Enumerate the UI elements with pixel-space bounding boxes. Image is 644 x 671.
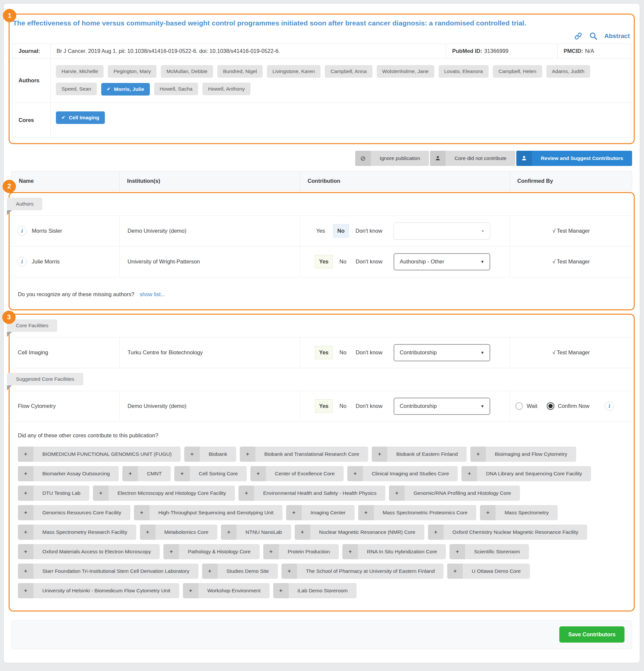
- suggest-core-chip[interactable]: +Nuclear Magnetic Resonance (NMR) Core: [295, 524, 424, 540]
- contribution-role-select[interactable]: ▼: [394, 223, 490, 240]
- author-chip[interactable]: Livingstone, Karen: [267, 65, 321, 78]
- contribution-role-select[interactable]: Authorship - Other ▼: [394, 253, 490, 270]
- dont-know-option[interactable]: Don't know: [354, 225, 384, 237]
- info-icon[interactable]: i: [605, 401, 614, 411]
- suggest-core-chip[interactable]: +DNA Library and Sequencing Core Facilit…: [461, 466, 591, 481]
- suggest-core-chip[interactable]: +Genomic/RNA Profiling and Histology Cor…: [389, 485, 520, 501]
- caret-down-icon: ▼: [481, 229, 485, 233]
- info-icon[interactable]: i: [17, 257, 27, 266]
- wait-label[interactable]: Wait: [527, 403, 537, 409]
- save-contributors-button[interactable]: Save Contributors: [559, 626, 624, 643]
- no-option[interactable]: No: [338, 346, 348, 359]
- plus-icon: +: [282, 564, 297, 579]
- plus-icon: +: [184, 446, 200, 462]
- suggest-core-chip[interactable]: +Biomarker Assay Outsourcing: [18, 466, 119, 481]
- plus-icon: +: [470, 446, 486, 462]
- header-confirmed-by: Confirmed By: [510, 172, 632, 190]
- selected-core-chip[interactable]: ✔Cell Imaging: [56, 111, 105, 124]
- author-chip[interactable]: McMullan, Debbie: [161, 65, 213, 78]
- no-option-selected[interactable]: No: [333, 224, 349, 238]
- suggest-core-chip[interactable]: +Pathology & Histology Core: [163, 544, 260, 559]
- check-icon: ✔: [62, 115, 65, 120]
- suggest-core-chip[interactable]: +Mass Spectrometry Research Facility: [18, 524, 136, 540]
- wait-radio[interactable]: [515, 402, 523, 410]
- no-option[interactable]: No: [338, 255, 348, 268]
- suggest-core-chip[interactable]: +Cell Sorting Core: [174, 466, 247, 481]
- info-icon[interactable]: i: [17, 226, 27, 236]
- confirm-now-radio[interactable]: [547, 402, 554, 410]
- suggest-core-chip[interactable]: +Imaging Center: [286, 505, 355, 520]
- suggest-core-chip[interactable]: +Workshop Environment: [183, 583, 270, 598]
- author-chip[interactable]: Speed, Sean: [56, 83, 97, 95]
- suggest-core-chip[interactable]: +U Ottawa Demo Core: [447, 564, 530, 579]
- suggest-core-chip[interactable]: +The School of Pharmacy at University of…: [282, 564, 444, 579]
- selected-author-chip[interactable]: ✔Morris, Julie: [101, 83, 150, 96]
- suggest-core-chip[interactable]: +University of Helsinki - Biomedicum Flo…: [18, 583, 179, 598]
- contribution-role-select[interactable]: Contributorship ▼: [394, 398, 490, 415]
- plus-icon: +: [18, 583, 34, 598]
- suggest-core-chip[interactable]: +RNA In Situ Hybridization Core: [342, 544, 446, 559]
- author-chip[interactable]: Wolstenholme, Jane: [377, 65, 434, 78]
- ignore-publication-button[interactable]: ⊘ Ignore publication: [355, 151, 429, 166]
- suggest-core-chip[interactable]: +CMNT: [122, 466, 171, 481]
- review-and-suggest-contributors-button[interactable]: Review and Suggest Contributors: [516, 151, 632, 166]
- author-chip[interactable]: Adams, Judith: [546, 65, 590, 78]
- suggest-core-chip[interactable]: +Biobank: [184, 446, 236, 462]
- header-contribution: Contribution: [300, 172, 510, 190]
- suggest-core-chip[interactable]: +Metabolomics Core: [140, 524, 218, 540]
- author-chip[interactable]: Howell, Sacha: [154, 83, 198, 95]
- author-chip[interactable]: Campbell, Helen: [493, 65, 542, 78]
- suggest-core-chip[interactable]: +Genomics Resources Core Facility: [18, 505, 130, 520]
- show-list-link[interactable]: show list...: [139, 291, 165, 297]
- suggest-core-chip[interactable]: +Oxford Materials Access to Electron Mic…: [18, 544, 160, 559]
- institution: Demo University (demo): [128, 228, 187, 234]
- suggest-core-chip[interactable]: +DTU Testing Lab: [18, 485, 89, 501]
- suggest-core-chip[interactable]: +Oxford Chemistry Nuclear Magnetic Reson…: [428, 524, 587, 540]
- suggest-core-chip[interactable]: +NTNU NanoLab: [221, 524, 291, 540]
- suggest-core-chip[interactable]: +iLab Demo Storeroom: [273, 583, 357, 598]
- suggest-core-chip[interactable]: +High-Throughput Sequencing and Genotypi…: [134, 505, 283, 520]
- authors-label: Authors: [13, 59, 51, 103]
- suggest-core-chip[interactable]: +Studies Demo Site: [202, 564, 278, 579]
- abstract-link[interactable]: Abstract: [604, 33, 630, 40]
- suggest-core-chip[interactable]: +Mass Spectrometry: [480, 505, 558, 520]
- author-chip[interactable]: Bundred, Nigel: [217, 65, 263, 78]
- author-chip[interactable]: Pegington, Mary: [108, 65, 157, 78]
- suggest-core-chip[interactable]: +Electron Microscopy and Histology Core …: [93, 485, 235, 501]
- dont-know-option[interactable]: Don't know: [354, 346, 384, 359]
- author-chip[interactable]: Campbell, Anna: [325, 65, 372, 78]
- core-did-not-contribute-button[interactable]: Core did not contribute: [430, 151, 515, 166]
- dont-know-option[interactable]: Don't know: [354, 400, 384, 413]
- suggest-core-chip[interactable]: +Bioimaging and Flow Cytometry: [470, 446, 576, 462]
- suggest-core-chip[interactable]: +Mass Spectrometric Proteomics Core: [358, 505, 476, 520]
- author-chip[interactable]: Howell, Anthony: [202, 83, 250, 95]
- suggest-core-chip[interactable]: +BIOMEDICUM FUNCTIONAL GENOMICS UNIT (FU…: [18, 446, 181, 462]
- suggest-core-chip[interactable]: +Scientific Storeroom: [449, 544, 529, 559]
- suggest-core-chip[interactable]: +Environmental Health and Safety - Healt…: [238, 485, 385, 501]
- confirm-now-label[interactable]: Confirm Now: [558, 403, 590, 409]
- suggest-core-chip-list: +BIOMEDICUM FUNCTIONAL GENOMICS UNIT (FU…: [11, 446, 632, 610]
- link-icon[interactable]: [574, 32, 582, 40]
- author-chip[interactable]: Harvie, Michelle: [56, 65, 103, 78]
- no-option[interactable]: No: [338, 400, 348, 413]
- contributor-name: Morris Sisler: [32, 228, 62, 234]
- suggest-core-chip[interactable]: +Protein Production: [263, 544, 339, 559]
- yes-option-selected[interactable]: Yes: [315, 399, 333, 413]
- suggest-core-chip[interactable]: +Clinical Imaging and Studies Core: [347, 466, 458, 481]
- suggest-core-chip[interactable]: +Center of Excellence Core: [250, 466, 344, 481]
- contribution-role-select[interactable]: Contributorship ▼: [394, 344, 490, 361]
- author-chip[interactable]: Lovato, Eleanora: [438, 65, 488, 78]
- plus-icon: +: [122, 466, 138, 481]
- yes-option[interactable]: Yes: [315, 225, 326, 237]
- suggest-core-chip[interactable]: +Starr Foundation Tri-Institutional Stem…: [18, 564, 198, 579]
- search-icon[interactable]: [589, 32, 598, 40]
- yes-option-selected[interactable]: Yes: [315, 255, 333, 268]
- suggest-core-chip[interactable]: +Biobank and Translational Research Core: [240, 446, 368, 462]
- plus-icon: +: [461, 466, 477, 481]
- yes-option-selected[interactable]: Yes: [315, 346, 333, 359]
- table-row: Cell Imaging Turku Centre for Biotechnol…: [11, 337, 632, 368]
- dont-know-option[interactable]: Don't know: [354, 255, 384, 268]
- suggest-core-chip[interactable]: +Biobank of Eastern Finland: [372, 446, 467, 462]
- confirmed-by: √ Test Manager: [553, 258, 590, 265]
- plus-icon: +: [18, 544, 34, 559]
